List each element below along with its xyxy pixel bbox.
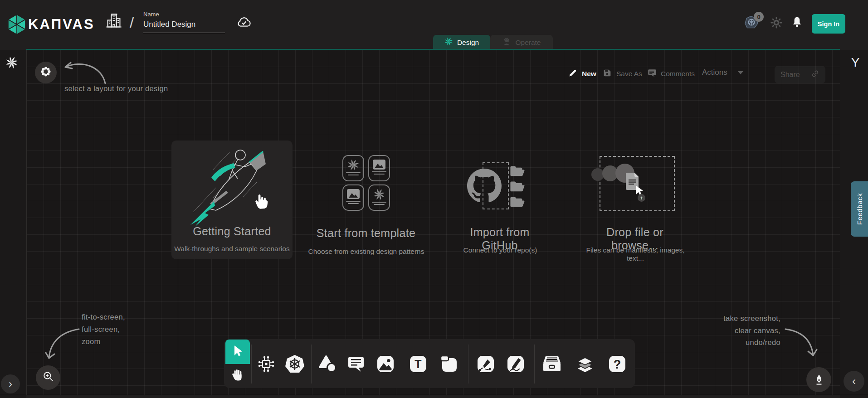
hint-clear-canvas: clear canvas, (676, 326, 780, 335)
sign-in-button[interactable]: Sign In (812, 14, 845, 34)
image-tool-button[interactable] (375, 354, 396, 374)
zoom-hint-arrow (44, 325, 83, 364)
comments-button[interactable]: Comments (647, 68, 695, 80)
pen-tool-button[interactable] (475, 354, 496, 374)
share-label: Share (780, 71, 800, 79)
collapse-right-panel-button[interactable]: ‹ (844, 371, 864, 392)
card-getting-started-subtitle: Walk-throughs and sample scenarios (169, 245, 295, 253)
zoom-fab-button[interactable] (36, 365, 60, 390)
folder-icon (510, 196, 525, 208)
hexagon-logo (6, 14, 27, 37)
mode-tabs: Design Operate (433, 35, 553, 50)
operator-headset-icon (502, 37, 511, 48)
comment-icon (647, 68, 657, 80)
pencil-icon (568, 68, 578, 79)
feedback-label: Feedback (856, 193, 863, 225)
design-name-input[interactable] (143, 20, 225, 33)
template-tile-pinwheel (368, 184, 390, 211)
layout-selector-button[interactable] (35, 62, 57, 83)
flower-layout-icon (40, 66, 51, 79)
rocket-doodle (185, 144, 280, 226)
brand-name: KAΠVAS (28, 16, 95, 33)
bottom-divider (0, 395, 868, 395)
gear-icon[interactable] (770, 16, 783, 31)
card-github-subtitle: Connect to your repo(s) (458, 246, 542, 254)
card-template-subtitle: Choose from existing design patterns (302, 248, 431, 256)
template-tile-image (342, 184, 364, 211)
kubernetes-tool-button[interactable] (284, 354, 305, 374)
credits-badge: 0 (754, 12, 764, 22)
design-name-label: Name (143, 11, 159, 18)
chevron-left-icon: ‹ (852, 375, 856, 388)
design-pinwheel-icon (444, 37, 453, 48)
text-tool-button[interactable]: T (408, 354, 429, 374)
hint-zoom: zoom (82, 337, 101, 346)
drawer-tool-button[interactable] (541, 354, 562, 374)
expand-left-panel-button[interactable]: › (1, 374, 20, 393)
actions-label: Actions (702, 68, 727, 77)
app-header: KAΠVAS / Name (0, 0, 868, 50)
layers-tool-button[interactable] (575, 354, 595, 374)
template-tile-pinwheel (342, 155, 364, 181)
tab-design-label: Design (457, 39, 479, 47)
building-icon (105, 12, 122, 32)
tab-operate[interactable]: Operate (490, 35, 553, 50)
card-getting-started-title: Getting Started (172, 225, 292, 238)
pen-fab-button[interactable] (806, 367, 831, 392)
component-tool-button[interactable] (256, 354, 277, 374)
hint-fit-to-screen: fit-to-screen, (82, 313, 125, 321)
select-cursor-icon (231, 345, 244, 359)
text-tool-glyph: T (414, 358, 421, 370)
hint-take-screenshot: take screenshot, (676, 314, 780, 323)
comment-tool-button[interactable] (346, 354, 366, 374)
plus-badge: + (638, 194, 645, 202)
pen-hint-arrow (783, 324, 821, 361)
link-icon (811, 69, 819, 80)
y-shortcut-icon[interactable]: Y (846, 55, 864, 70)
bell-icon[interactable] (791, 15, 803, 30)
comments-label: Comments (661, 70, 695, 78)
template-tile-image (368, 155, 390, 181)
actions-dropdown[interactable]: Actions (702, 68, 743, 77)
hint-undo-redo: undo/redo (676, 338, 780, 347)
new-label: New (582, 70, 596, 78)
breadcrumb-slash: / (130, 14, 134, 31)
shapes-tool-button[interactable] (317, 354, 338, 374)
help-glyph: ? (614, 358, 621, 371)
pan-tool-button[interactable] (225, 364, 250, 388)
layout-hint-arrow (58, 53, 109, 89)
card-drop-subtitle: Files can be manifests, images, text... (577, 246, 694, 262)
chevron-right-icon: › (9, 378, 12, 390)
floppy-icon (602, 68, 612, 80)
tab-design[interactable]: Design (433, 35, 490, 50)
hand-pointer-cursor (252, 190, 270, 212)
sketch-tool-button[interactable] (505, 354, 526, 374)
save-as-button[interactable]: Save As (602, 68, 642, 80)
card-start-from-template[interactable] (299, 150, 431, 258)
note-tool-button[interactable] (439, 354, 460, 374)
left-rail (0, 50, 26, 398)
new-design-button[interactable]: New (568, 68, 596, 79)
layout-hint-text: select a layout for your design (64, 84, 168, 93)
caret-down-icon (738, 71, 743, 74)
meshery-pinwheel-icon (5, 56, 18, 71)
hand-icon (231, 368, 244, 384)
folder-icon (510, 180, 525, 192)
toolbar-divider (534, 345, 535, 383)
cloud-saved-icon (236, 15, 252, 30)
card-template-title: Start from template (305, 227, 427, 240)
hint-full-screen: full-screen, (82, 325, 120, 334)
toolbar-divider (311, 345, 312, 383)
pen-nib-icon (812, 372, 826, 388)
tab-operate-label: Operate (515, 39, 541, 47)
save-as-label: Save As (616, 70, 642, 78)
toolbar-divider (468, 345, 468, 383)
select-tool-button[interactable] (225, 340, 250, 364)
folder-icon (510, 165, 525, 177)
feedback-tab[interactable]: Feedback (851, 181, 868, 237)
github-octocat-icon (467, 169, 502, 205)
app-root: KAΠVAS / Name (0, 0, 868, 398)
toolbar-divider (251, 345, 252, 383)
help-tool-button[interactable]: ? (607, 354, 628, 374)
share-button[interactable]: Share (775, 66, 825, 83)
